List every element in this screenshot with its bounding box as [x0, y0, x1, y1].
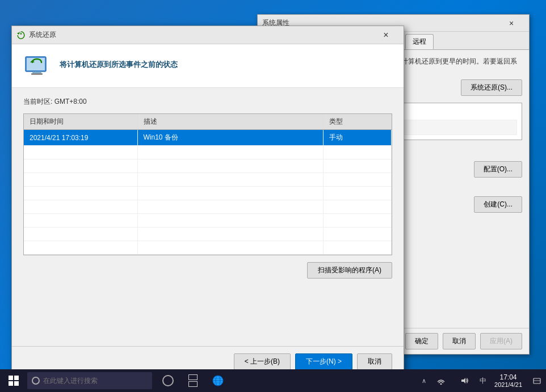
taskview-icon — [188, 374, 198, 387]
ok-btn[interactable]: 确定 — [405, 333, 438, 349]
svg-point-14 — [440, 383, 442, 385]
table-row-empty[interactable] — [24, 173, 392, 187]
row-date: 2021/4/21 17:03:19 — [24, 130, 137, 146]
next-btn[interactable]: 下一步(N) > — [295, 353, 352, 370]
taskview-button[interactable] — [182, 369, 204, 392]
network-icon — [437, 377, 445, 385]
clock-date: 2021/4/21 — [494, 381, 522, 388]
restore-table-container: 日期和时间 描述 类型 2021/4/21 17:03:19Win10 备份手动 — [23, 113, 392, 255]
desktop: 系统属性 × 计算机名 硬件 高级 系统保护 远程 — [0, 0, 546, 392]
table-row-empty[interactable] — [24, 200, 392, 214]
table-row-empty[interactable] — [24, 146, 392, 159]
apply-btn[interactable]: 应用(A) — [480, 333, 522, 349]
start-icon — [9, 376, 19, 386]
restore-header-title: 将计算机还原到所选事件之前的状态 — [60, 60, 178, 70]
table-row-empty[interactable] — [24, 214, 392, 227]
start-button[interactable] — [0, 369, 27, 392]
restore-dialog: 系统还原 × 将计算机还原到所选事件之前的状态 当前时区: GMT+8:00 — [11, 26, 404, 377]
globe-icon — [212, 374, 224, 387]
table-row-empty[interactable] — [24, 187, 392, 200]
restore-header-icon — [23, 52, 51, 79]
restore-table: 日期和时间 描述 类型 2021/4/21 17:03:19Win10 备份手动 — [24, 114, 392, 255]
table-row[interactable]: 2021/4/21 17:03:19Win10 备份手动 — [24, 130, 392, 146]
taskbar-app-icon[interactable] — [207, 369, 229, 392]
notification-btn[interactable] — [528, 369, 546, 392]
table-row-empty[interactable] — [24, 227, 392, 241]
row-type: 手动 — [324, 130, 392, 146]
svg-rect-8 — [31, 73, 43, 75]
restore-titlebar: 系统还原 × — [12, 26, 404, 44]
taskbar-right: ∧ 中 17:04 202 — [419, 369, 546, 392]
tab-remote[interactable]: 远程 — [405, 34, 434, 49]
col-header-description[interactable]: 描述 — [137, 114, 324, 130]
table-row-empty[interactable] — [24, 241, 392, 255]
cancel-btn[interactable]: 取消 — [443, 333, 476, 349]
scan-btn[interactable]: 扫描受影响的程序(A) — [307, 262, 392, 279]
table-row-empty[interactable] — [24, 159, 392, 173]
volume-tray-icon[interactable] — [453, 369, 476, 392]
configure-btn[interactable]: 配置(O)... — [474, 161, 522, 178]
col-header-datetime[interactable]: 日期和时间 — [24, 114, 137, 130]
restore-body: 当前时区: GMT+8:00 日期和时间 描述 类型 2021/4/21 17:… — [12, 88, 404, 292]
language-indicator[interactable]: 中 — [477, 376, 489, 386]
cancel-dialog-btn[interactable]: 取消 — [357, 353, 392, 370]
row-description: Win10 备份 — [137, 130, 324, 146]
clock-area[interactable]: 17:04 2021/4/21 — [490, 373, 527, 388]
tray-expand-btn[interactable]: ∧ — [419, 377, 429, 385]
back-btn[interactable]: < 上一步(B) — [234, 353, 291, 370]
taskbar-search[interactable] — [27, 372, 152, 389]
restore-timezone: 当前时区: GMT+8:00 — [23, 97, 392, 107]
search-input[interactable] — [43, 377, 134, 385]
create-btn[interactable]: 创建(C)... — [474, 196, 522, 213]
volume-icon — [461, 377, 469, 385]
col-header-type[interactable]: 类型 — [324, 114, 392, 130]
svg-rect-16 — [534, 378, 540, 383]
system-props-close-btn[interactable]: × — [498, 15, 524, 32]
svg-marker-15 — [461, 378, 465, 383]
system-props-controls: × — [498, 15, 524, 32]
restore-title-text: 系统还原 — [29, 30, 373, 40]
network-tray-icon[interactable] — [430, 369, 452, 392]
clock-time: 17:04 — [500, 373, 517, 381]
cortana-icon — [162, 375, 174, 386]
taskbar-center-items — [157, 369, 229, 392]
restore-title-icon — [16, 31, 26, 40]
taskbar: ∧ 中 17:04 202 — [0, 369, 546, 392]
cortana-button[interactable] — [157, 369, 179, 392]
restore-header: 将计算机还原到所选事件之前的状态 — [12, 44, 404, 88]
restore-close-btn[interactable]: × — [373, 26, 399, 44]
svg-rect-7 — [32, 71, 41, 73]
notification-icon — [533, 377, 541, 385]
search-icon — [32, 377, 40, 385]
system-restore-btn[interactable]: 系统还原(S)... — [461, 79, 522, 96]
